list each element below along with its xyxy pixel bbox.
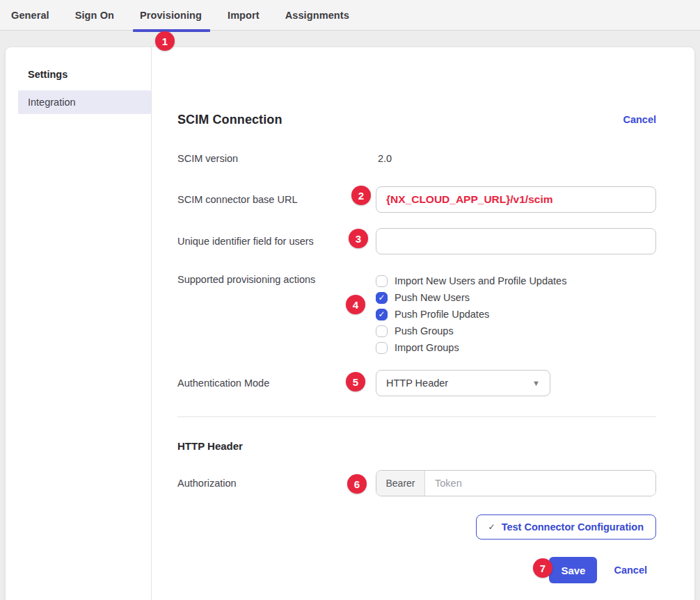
annotation-badge-6: 6 [347, 474, 367, 494]
provisioning-card: Settings Integration SCIM Connection Can… [6, 47, 694, 600]
tab-import[interactable]: Import [228, 0, 260, 31]
test-button-label: Test Connector Configuration [502, 521, 644, 533]
token-input[interactable] [425, 471, 655, 496]
http-header-heading: HTTP Header [177, 440, 656, 453]
checkbox-icon[interactable] [376, 275, 388, 287]
authorization-input-group: Bearer [376, 470, 656, 496]
section-divider [177, 416, 656, 417]
tab-assignments[interactable]: Assignments [285, 0, 349, 31]
checkbox-label: Push Profile Updates [395, 309, 489, 320]
provisioning-actions-label: Supported provisioning actions [177, 273, 376, 356]
cancel-button-bottom[interactable]: Cancel [614, 565, 647, 576]
checkbox-icon[interactable] [376, 292, 388, 304]
sidebar-heading: Settings [6, 69, 151, 80]
tab-provisioning[interactable]: Provisioning [140, 0, 202, 31]
auth-mode-selected-value: HTTP Header [386, 378, 448, 389]
sidebar-item-integration[interactable]: Integration [18, 90, 151, 114]
scim-connection-panel: SCIM Connection Cancel SCIM version 2.0 … [152, 47, 694, 600]
authorization-row: Authorization Bearer [177, 470, 656, 496]
unique-id-row: Unique identifier field for users [177, 228, 656, 254]
test-connector-configuration-button[interactable]: ✓ Test Connector Configuration [476, 514, 656, 540]
tab-sign-on[interactable]: Sign On [75, 0, 114, 31]
auth-mode-row: Authentication Mode HTTP Header ▼ [177, 370, 656, 396]
annotation-badge-4: 4 [346, 295, 365, 314]
annotation-badge-5: 5 [346, 372, 365, 391]
scim-version-row: SCIM version 2.0 [177, 152, 656, 165]
save-button[interactable]: Save [549, 557, 597, 583]
annotation-badge-1: 1 [155, 31, 175, 51]
authorization-label: Authorization [177, 478, 376, 489]
checkbox-icon[interactable] [376, 342, 388, 354]
unique-id-label: Unique identifier field for users [177, 236, 376, 247]
annotation-badge-3: 3 [349, 229, 368, 248]
check-icon: ✓ [488, 522, 495, 532]
checkbox-push-profile-updates[interactable]: Push Profile Updates [376, 306, 656, 323]
checkbox-import-new-users[interactable]: Import New Users and Profile Updates [376, 273, 656, 289]
unique-id-input[interactable] [376, 228, 656, 254]
provisioning-actions-row: Supported provisioning actions Import Ne… [177, 273, 656, 356]
checkbox-label: Push Groups [395, 325, 454, 337]
base-url-row: SCIM connector base URL [177, 186, 656, 213]
auth-mode-select[interactable]: HTTP Header ▼ [376, 370, 550, 396]
chevron-down-icon: ▼ [532, 379, 540, 387]
base-url-label: SCIM connector base URL [177, 194, 376, 205]
checkbox-label: Push New Users [395, 292, 470, 303]
checkbox-label: Import Groups [395, 342, 459, 353]
base-url-input[interactable] [376, 186, 656, 213]
scim-version-value: 2.0 [376, 153, 656, 164]
sidebar-item-label: Integration [28, 97, 76, 108]
scim-version-label: SCIM version [177, 153, 376, 164]
annotation-badge-2: 2 [351, 186, 371, 205]
tab-general[interactable]: General [11, 0, 49, 31]
checkbox-push-groups[interactable]: Push Groups [376, 323, 656, 339]
checkbox-label: Import New Users and Profile Updates [395, 275, 566, 286]
checkbox-import-groups[interactable]: Import Groups [376, 339, 656, 356]
app-tabbar: General Sign On Provisioning Import Assi… [0, 0, 700, 31]
annotation-badge-7: 7 [533, 558, 552, 578]
bearer-prefix: Bearer [376, 471, 425, 496]
checkbox-push-new-users[interactable]: Push New Users [376, 289, 656, 306]
settings-sidebar: Settings Integration [6, 47, 152, 600]
cancel-link-top[interactable]: Cancel [623, 114, 656, 125]
checkbox-icon[interactable] [376, 325, 388, 337]
checkbox-icon[interactable] [376, 309, 388, 321]
page-title: SCIM Connection [177, 113, 283, 127]
